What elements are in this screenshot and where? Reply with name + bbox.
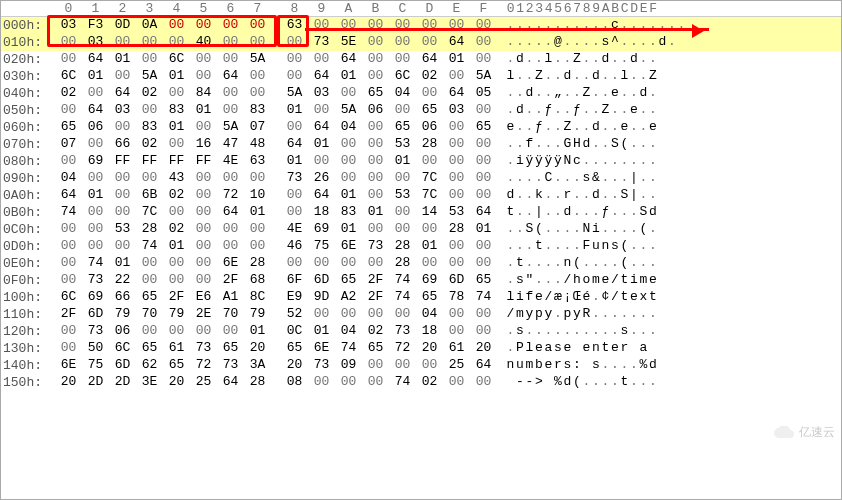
hex-byte[interactable]: 74 [389,289,416,306]
ascii-char[interactable]: . [649,34,659,49]
hex-byte[interactable]: 00 [217,221,244,238]
ascii-char[interactable]: % [639,357,649,372]
ascii-char[interactable]: t [516,255,526,270]
ascii-char[interactable]: . [525,68,535,83]
ascii-char[interactable]: ƒ [535,119,545,134]
ascii-char[interactable]: . [639,51,649,66]
hex-byte[interactable]: 00 [82,221,109,238]
hex-byte[interactable]: 00 [362,136,389,153]
hex-byte[interactable]: 00 [335,136,362,153]
hex-byte[interactable]: 00 [82,136,109,153]
hex-byte[interactable]: 00 [109,238,136,255]
hex-byte[interactable]: 84 [190,85,217,102]
ascii-char[interactable]: d [639,85,649,100]
ascii-char[interactable]: . [649,153,659,168]
hex-byte[interactable]: 00 [190,272,217,289]
hex-byte[interactable]: 06 [82,119,109,136]
ascii-char[interactable]: . [506,255,516,270]
ascii-char[interactable]: . [601,323,611,338]
ascii-char[interactable]: . [601,221,611,236]
ascii-char[interactable]: S [611,136,621,151]
hex-byte[interactable]: 00 [362,187,389,204]
ascii-char[interactable]: . [639,374,649,389]
ascii-char[interactable]: e [649,272,659,287]
hex-byte[interactable]: 01 [163,238,190,255]
hex-byte[interactable]: 40 [190,34,217,51]
ascii-char[interactable]: . [649,306,659,321]
ascii-char[interactable]: . [639,187,649,202]
hex-byte[interactable]: 00 [335,153,362,170]
ascii-char[interactable]: . [506,17,516,32]
ascii-char[interactable]: . [573,85,583,100]
hex-byte[interactable]: 01 [335,68,362,85]
table-row[interactable]: 090h:040000004300000073260000007C0000...… [1,170,841,187]
hex-byte[interactable]: 00 [281,34,308,51]
hex-byte[interactable]: 00 [55,102,82,119]
hex-byte[interactable]: 00 [190,255,217,272]
ascii-char[interactable]: c [611,17,621,32]
ascii-char[interactable]: y [573,306,583,321]
hex-byte[interactable]: 65 [470,119,497,136]
ascii-char[interactable]: . [554,136,564,151]
ascii-char[interactable]: . [582,119,592,134]
hex-byte[interactable]: 00 [335,255,362,272]
hex-byte[interactable]: 83 [136,119,163,136]
ascii-char[interactable]: . [630,17,640,32]
ascii-char[interactable]: d [658,34,668,49]
ascii-char[interactable]: . [516,170,526,185]
hex-byte[interactable]: 00 [190,187,217,204]
ascii-char[interactable]: . [620,170,630,185]
ascii-char[interactable]: e [582,340,592,355]
ascii-char[interactable]: s [554,340,564,355]
ascii-char[interactable]: . [544,85,554,100]
hex-byte[interactable]: 14 [416,204,443,221]
ascii-char[interactable]: . [506,102,516,117]
hex-byte[interactable]: 20 [470,340,497,357]
hex-byte[interactable]: 00 [82,238,109,255]
ascii-char[interactable]: t [535,238,545,253]
hex-byte[interactable]: 64 [470,357,497,374]
ascii-char[interactable]: - [516,374,526,389]
ascii-char[interactable]: . [601,119,611,134]
hex-byte[interactable]: 00 [190,51,217,68]
ascii-char[interactable]: r [620,340,630,355]
ascii-char[interactable]: . [611,187,621,202]
hex-byte[interactable]: 73 [362,238,389,255]
hex-byte[interactable]: 02 [136,85,163,102]
hex-byte[interactable]: 04 [389,85,416,102]
ascii-char[interactable]: . [668,17,678,32]
ascii-char[interactable]: e [535,340,545,355]
hex-byte[interactable]: 04 [55,170,82,187]
hex-byte[interactable]: 00 [443,255,470,272]
hex-byte[interactable]: 74 [389,374,416,391]
ascii-char[interactable]: . [544,68,554,83]
hex-byte[interactable]: 64 [55,187,82,204]
ascii-char[interactable]: N [563,153,573,168]
hex-byte[interactable]: 04 [416,306,443,323]
table-row[interactable]: 150h:202D2D3E202564280800000074020000 --… [1,374,841,391]
ascii-char[interactable]: e [535,289,545,304]
ascii-char[interactable]: e [601,272,611,287]
hex-byte[interactable]: 00 [109,170,136,187]
hex-byte[interactable]: 02 [136,136,163,153]
ascii-char[interactable]: . [573,17,583,32]
hex-byte[interactable]: 05 [470,85,497,102]
ascii-char[interactable]: e [544,357,554,372]
ascii-char[interactable]: d [649,204,659,219]
ascii-char[interactable]: d [563,204,573,219]
ascii-char[interactable]: . [611,357,621,372]
ascii-char[interactable]: . [573,204,583,219]
ascii-char[interactable]: . [649,323,659,338]
table-row[interactable]: 0F0h:0073220000002F686F6D652F74696D65.s"… [1,272,841,289]
hex-byte[interactable]: 00 [443,153,470,170]
ascii-char[interactable]: æ [554,289,564,304]
hex-byte[interactable]: 00 [362,51,389,68]
ascii-char[interactable]: . [525,204,535,219]
hex-byte[interactable]: 00 [389,204,416,221]
ascii-char[interactable]: . [639,170,649,185]
ascii-char[interactable]: d [630,51,640,66]
hex-byte[interactable]: 02 [362,323,389,340]
hex-byte[interactable]: 66 [109,289,136,306]
ascii-char[interactable]: ƒ [601,204,611,219]
hex-byte[interactable]: 61 [163,340,190,357]
